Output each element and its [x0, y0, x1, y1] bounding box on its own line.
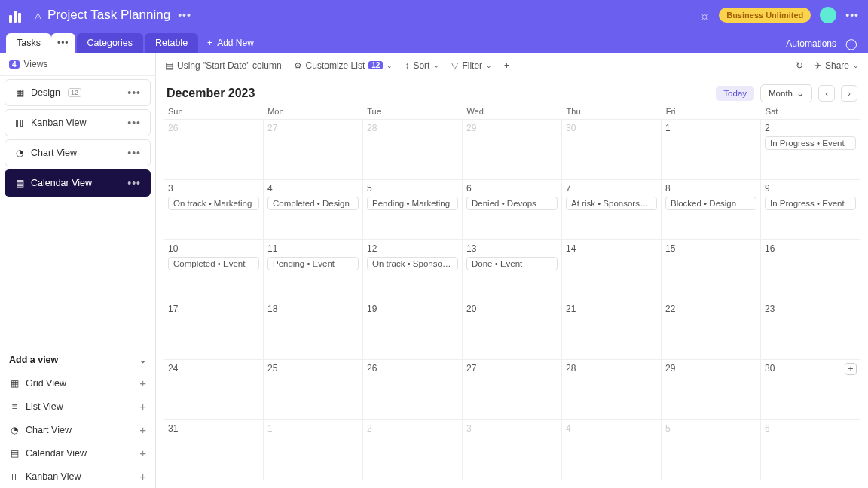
view-more-button[interactable]: •••: [127, 87, 141, 99]
calendar-event[interactable]: Completed • Event: [168, 257, 259, 270]
sidebar-view-kanban-view[interactable]: ⫿⫿Kanban View•••: [5, 109, 151, 136]
calendar-day[interactable]: 2: [363, 420, 463, 480]
add-view-kanban-view[interactable]: ⫿⫿Kanban View+: [0, 465, 155, 488]
add-new-tab[interactable]: +Add New: [198, 33, 263, 53]
calendar-day[interactable]: 3On track • Marketing: [164, 180, 264, 240]
calendar-day[interactable]: 27: [463, 360, 562, 420]
calendar-event[interactable]: On track • Marketing: [168, 197, 259, 210]
calendar-day[interactable]: 15: [662, 240, 761, 300]
calendar-day[interactable]: 27: [264, 120, 363, 180]
add-view-calendar-view[interactable]: ▤Calendar View+: [0, 441, 155, 465]
calendar-day[interactable]: 26: [363, 360, 463, 420]
calendar-day[interactable]: 6Denied • Devops: [463, 180, 562, 240]
app-logo[interactable]: [9, 8, 24, 23]
tab-tasks-more[interactable]: •••: [51, 33, 75, 53]
plus-icon: +: [139, 400, 146, 413]
dow-label: Wed: [462, 104, 561, 119]
kanban-icon: ⫿⫿: [9, 471, 20, 482]
calendar-day[interactable]: 14: [562, 240, 662, 300]
add-view-header[interactable]: Add a view ⌄: [0, 349, 155, 371]
history-icon[interactable]: ↻: [796, 60, 803, 71]
user-avatar[interactable]: [820, 7, 836, 23]
calendar-event[interactable]: Pending • Event: [267, 257, 359, 270]
calendar-event[interactable]: Done • Event: [466, 257, 558, 270]
period-selector[interactable]: Month ⌄: [760, 84, 812, 102]
calendar-event[interactable]: Denied • Devops: [466, 197, 558, 210]
calendar-event[interactable]: Completed • Design: [267, 197, 359, 210]
toolbar-add-button[interactable]: +: [504, 60, 509, 71]
calendar-day[interactable]: 28: [363, 120, 463, 180]
prev-month-button[interactable]: ‹: [818, 85, 835, 102]
share-button[interactable]: ✈ Share ⌄: [814, 60, 859, 71]
today-button[interactable]: Today: [716, 86, 754, 101]
sidebar-view-chart-view[interactable]: ◔Chart View•••: [5, 139, 151, 166]
day-number: 1: [665, 123, 756, 133]
calendar-day[interactable]: 24: [164, 360, 264, 420]
day-number: 7: [566, 183, 657, 194]
theme-toggle-icon[interactable]: ☼: [699, 9, 710, 22]
next-month-button[interactable]: ›: [841, 85, 857, 102]
calendar-event[interactable]: Blocked • Design: [665, 197, 756, 210]
calendar-day[interactable]: 16: [761, 240, 860, 300]
add-view-chart-view[interactable]: ◔Chart View+: [0, 418, 155, 441]
calendar-event[interactable]: In Progress • Event: [765, 197, 856, 210]
view-more-button[interactable]: •••: [127, 177, 141, 189]
calendar-day[interactable]: 9In Progress • Event: [761, 180, 860, 240]
calendar-day[interactable]: 30+: [761, 360, 860, 420]
calendar-day[interactable]: 13Done • Event: [463, 240, 562, 300]
view-more-button[interactable]: •••: [127, 147, 141, 159]
automations-link[interactable]: Automations: [786, 38, 836, 49]
add-view-grid-view[interactable]: ▦Grid View+: [0, 371, 155, 395]
calendar-day[interactable]: 5Pending • Marketing: [363, 180, 463, 240]
tab-categories[interactable]: Categories: [77, 33, 143, 53]
calendar-event[interactable]: In Progress • Event: [765, 136, 856, 150]
sidebar-view-calendar-view[interactable]: ▤Calendar View•••: [5, 169, 151, 197]
calendar-day[interactable]: 8Blocked • Design: [662, 180, 761, 240]
title-more-button[interactable]: •••: [178, 9, 191, 21]
calendar-day[interactable]: 23: [761, 300, 860, 361]
calendar-day[interactable]: 29: [662, 360, 761, 420]
sort-icon: ↕: [405, 60, 409, 71]
filter-button[interactable]: ▽ Filter ⌄: [451, 60, 492, 71]
calendar-day[interactable]: 28: [562, 360, 662, 420]
customize-list-button[interactable]: ⚙ Customize List 12 ⌄: [294, 60, 393, 71]
calendar-day[interactable]: 11Pending • Event: [264, 240, 363, 300]
calendar-day[interactable]: 19: [363, 300, 463, 361]
add-event-button[interactable]: +: [845, 363, 857, 375]
chat-icon[interactable]: ◯: [845, 38, 857, 50]
calendar-day[interactable]: 3: [463, 420, 562, 480]
calendar-day[interactable]: 26: [164, 120, 264, 180]
add-view-list-view[interactable]: ≡List View+: [0, 395, 155, 418]
calendar-day[interactable]: 30: [562, 120, 662, 180]
sort-button[interactable]: ↕ Sort ⌄: [405, 60, 439, 71]
calendar-event[interactable]: At risk • Sponsorships: [566, 197, 657, 210]
calendar-day[interactable]: 10Completed • Event: [164, 240, 264, 300]
calendar-day[interactable]: 7At risk • Sponsorships: [562, 180, 662, 240]
calendar-day[interactable]: 6: [761, 420, 860, 480]
top-more-button[interactable]: •••: [845, 9, 859, 21]
calendar-day[interactable]: 29: [463, 120, 562, 180]
calendar-day[interactable]: 1: [662, 120, 761, 180]
calendar-event[interactable]: Pending • Marketing: [367, 197, 458, 210]
calendar-day[interactable]: 22: [662, 300, 761, 361]
calendar-day[interactable]: 2In Progress • Event: [761, 120, 860, 180]
plan-badge[interactable]: Business Unlimited: [719, 8, 811, 23]
calendar-day[interactable]: 4Completed • Design: [264, 180, 363, 240]
calendar-day[interactable]: 1: [264, 420, 363, 480]
calendar-day[interactable]: 25: [264, 360, 363, 420]
using-column-button[interactable]: ▤ Using "Start Date" column: [165, 60, 282, 71]
tab-retable[interactable]: Retable: [145, 33, 198, 53]
day-number: 24: [168, 363, 259, 374]
calendar-day[interactable]: 20: [463, 300, 562, 361]
calendar-day[interactable]: 21: [562, 300, 662, 361]
calendar-day[interactable]: 31: [164, 420, 264, 480]
sidebar-view-design[interactable]: ▦Design12•••: [5, 79, 151, 106]
calendar-day[interactable]: 4: [562, 420, 662, 480]
calendar-day[interactable]: 17: [164, 300, 264, 361]
calendar-event[interactable]: On track • Sponsorship…: [367, 257, 458, 270]
tab-tasks[interactable]: Tasks: [6, 33, 51, 53]
calendar-day[interactable]: 18: [264, 300, 363, 361]
calendar-day[interactable]: 5: [662, 420, 761, 480]
view-more-button[interactable]: •••: [127, 117, 141, 129]
calendar-day[interactable]: 12On track • Sponsorship…: [363, 240, 463, 300]
